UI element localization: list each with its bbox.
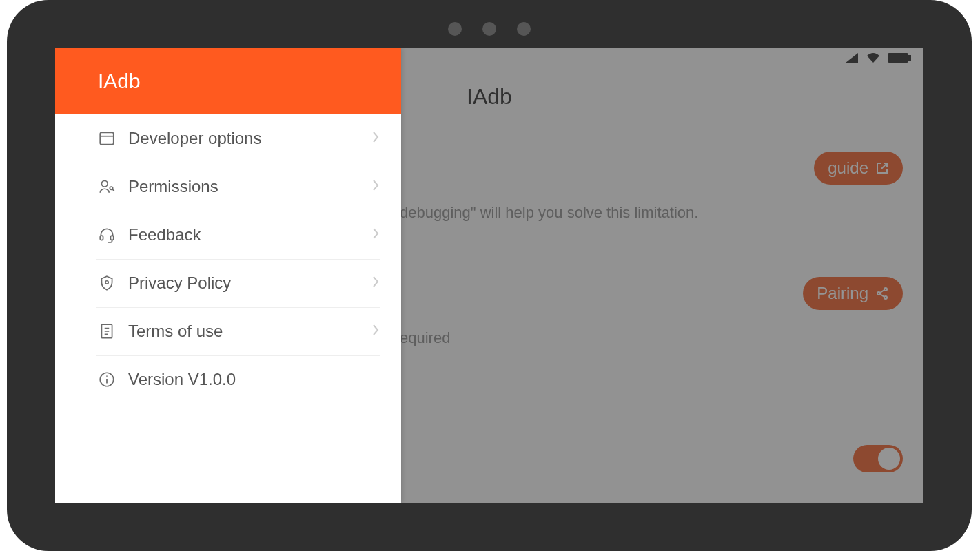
drawer-item-feedback[interactable]: Feedback: [55, 211, 401, 259]
developer-icon: [96, 128, 117, 149]
tablet-frame: IAdb guide debugging" will help you solv…: [7, 0, 972, 551]
svg-rect-9: [110, 236, 113, 240]
drawer-item-version[interactable]: Version V1.0.0: [55, 355, 401, 404]
drawer-item-permissions[interactable]: Permissions: [55, 163, 401, 211]
device-screen: IAdb guide debugging" will help you solv…: [55, 48, 923, 503]
drawer-item-label: Version V1.0.0: [128, 370, 380, 389]
svg-point-6: [101, 180, 108, 187]
drawer-item-label: Terms of use: [128, 322, 371, 341]
nav-drawer: IAdb Developer options Permissions: [55, 48, 401, 503]
drawer-item-developer-options[interactable]: Developer options: [55, 114, 401, 163]
drawer-item-label: Permissions: [128, 177, 371, 196]
user-key-icon: [96, 176, 117, 197]
svg-rect-5: [100, 132, 114, 144]
document-icon: [96, 321, 117, 342]
drawer-item-label: Privacy Policy: [128, 273, 371, 293]
drawer-title: IAdb: [55, 48, 401, 114]
chevron-right-icon: [371, 178, 380, 196]
chevron-right-icon: [371, 129, 380, 147]
drawer-item-label: Feedback: [128, 225, 371, 245]
chevron-right-icon: [371, 322, 380, 340]
drawer-item-privacy[interactable]: Privacy Policy: [55, 259, 401, 307]
svg-point-7: [110, 187, 112, 189]
camera-dots: [448, 22, 531, 36]
drawer-item-terms[interactable]: Terms of use: [55, 307, 401, 355]
chevron-right-icon: [371, 226, 380, 244]
headset-icon: [96, 225, 117, 245]
drawer-list: Developer options Permissions: [55, 114, 401, 404]
info-icon: [96, 369, 117, 390]
svg-point-10: [105, 281, 108, 284]
shield-icon: [96, 273, 117, 293]
chevron-right-icon: [371, 274, 380, 292]
drawer-item-label: Developer options: [128, 129, 371, 148]
svg-rect-8: [100, 236, 103, 240]
